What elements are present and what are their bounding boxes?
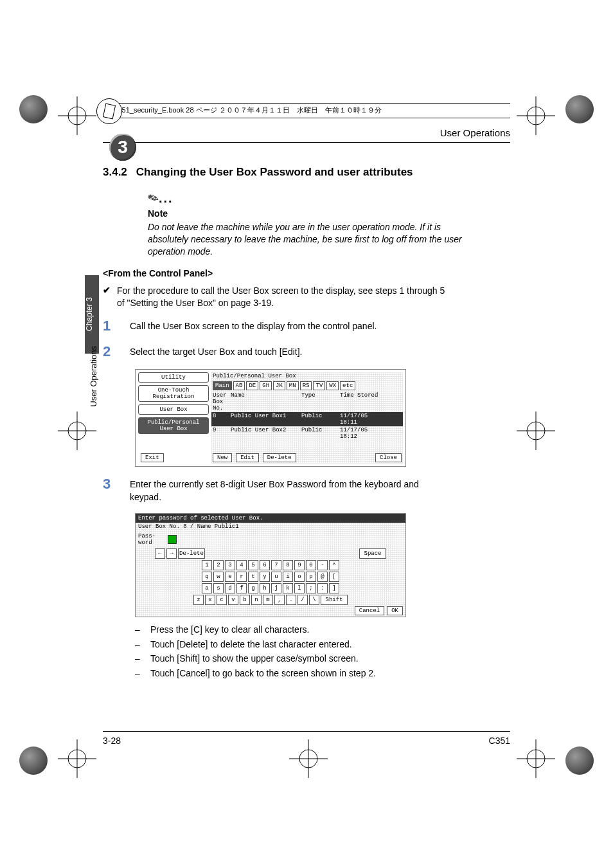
key-6[interactable]: 6 [260,560,270,570]
key-8[interactable]: 8 [283,560,293,570]
key-;[interactable]: ; [306,583,316,593]
tab-de[interactable]: DE [246,381,258,390]
key-l[interactable]: l [294,583,305,593]
key-@[interactable]: @ [317,572,328,582]
key-m[interactable]: m [263,595,273,605]
key-w[interactable]: w [213,572,224,582]
key-,[interactable]: , [274,595,285,605]
key-y[interactable]: y [260,572,270,582]
cancel-button[interactable]: Cancel [355,606,384,615]
key-o[interactable]: o [294,572,305,582]
note-body: Do not leave the machine while you are i… [148,221,463,258]
key-.[interactable]: . [286,595,296,605]
key-delete[interactable]: De-lete [178,548,205,559]
key-n[interactable]: n [251,595,262,605]
password-label: Pass-word [138,533,164,546]
bullet-text: Touch [Cancel] to go back to the screen … [150,667,376,680]
key-[[interactable]: [ [329,572,339,582]
note-label: Note [148,208,510,219]
key-9[interactable]: 9 [294,560,305,570]
key-k[interactable]: k [283,583,293,593]
password-subheader: User Box No. 8 / Name Public1 [136,523,405,530]
side-tab-chapter: Chapter 3 [85,275,99,354]
key-4[interactable]: 4 [236,560,247,570]
key-:[interactable]: : [317,583,328,593]
key-c[interactable]: c [217,595,227,605]
password-cursor [168,535,177,544]
key-f[interactable]: f [236,583,247,593]
one-touch-button[interactable]: One-Touch Registration [138,385,209,402]
registration-mark-icon [58,739,96,778]
key-e[interactable]: e [225,572,235,582]
check-icon: ✔ [103,285,111,309]
tab-rs[interactable]: RS [300,381,312,390]
key-Shift[interactable]: Shift [321,595,348,605]
tab-mn[interactable]: MN [287,381,299,390]
tab-jk[interactable]: JK [273,381,285,390]
public-personal-button[interactable]: Public/Personal User Box [138,417,209,434]
key-\[interactable]: \ [309,595,319,605]
key-j[interactable]: j [271,583,281,593]
exit-button[interactable]: Exit [141,453,164,462]
section-title: Changing the User Box Password and user … [136,166,413,179]
page-number: 3-28 [103,736,121,746]
key-p[interactable]: p [306,572,316,582]
key-r[interactable]: r [236,572,247,582]
screenshot-user-box-list: Utility One-Touch Registration User Box … [135,369,406,467]
print-sphere-icon [19,746,48,775]
registration-mark-icon [58,411,96,450]
ok-button[interactable]: OK [387,606,403,615]
key-z[interactable]: z [193,595,204,605]
tab-wx[interactable]: WX [326,381,339,390]
key-g[interactable]: g [248,583,258,593]
step-text-2: Select the target User Box and touch [Ed… [130,343,302,360]
key-1[interactable]: 1 [202,560,212,570]
tab-etc[interactable]: etc [340,381,355,390]
new-button[interactable]: New [213,453,232,462]
key-q[interactable]: q [202,572,212,582]
model-number: C351 [489,736,510,746]
tab-main[interactable]: Main [213,381,232,390]
key-space[interactable]: Space [359,548,386,559]
step-number-1: 1 [103,318,116,334]
key-h[interactable]: h [260,583,270,593]
dash-icon: – [135,667,143,680]
key-s[interactable]: s [213,583,224,593]
key-d[interactable]: d [225,583,235,593]
key-5[interactable]: 5 [248,560,258,570]
key-0[interactable]: 0 [306,560,316,570]
user-box-button[interactable]: User Box [138,404,209,415]
key-v[interactable]: v [228,595,238,605]
key-t[interactable]: t [248,572,258,582]
tab-ab[interactable]: AB [233,381,245,390]
key-i[interactable]: i [283,572,293,582]
print-sphere-icon [19,95,48,123]
dash-icon: – [135,638,143,651]
key-7[interactable]: 7 [271,560,281,570]
key-2[interactable]: 2 [213,560,224,570]
key-a[interactable]: a [202,583,212,593]
key-x[interactable]: x [205,595,215,605]
book-header-text: c351_security_E.book 28 ページ ２００７年４月１１日 水… [114,106,382,114]
key-/[interactable]: / [298,595,308,605]
close-button[interactable]: Close [375,453,402,462]
screenshot-password-entry: Enter password of selected User Box. Use… [135,513,406,617]
book-header-strip: c351_security_E.book 28 ページ ２００７年４月１１日 水… [103,103,510,118]
key-][interactable]: ] [329,583,339,593]
key-u[interactable]: u [271,572,281,582]
key-right[interactable]: → [166,548,177,559]
delete-button[interactable]: De-lete [263,453,296,462]
utility-button[interactable]: Utility [138,372,209,383]
tab-tv[interactable]: TV [313,381,325,390]
key--[interactable]: - [317,560,328,570]
table-row[interactable]: 8 Public User Box1 Public 11/17/05 18:11 [211,412,403,426]
tab-gh[interactable]: GH [260,381,272,390]
key-b[interactable]: b [240,595,250,605]
key-3[interactable]: 3 [225,560,235,570]
step-number-2: 2 [103,343,116,360]
table-row[interactable]: 9 Public User Box2 Public 11/17/05 18:12 [211,426,403,440]
print-sphere-icon [565,95,594,123]
key-left[interactable]: ← [155,548,165,559]
key-^[interactable]: ^ [329,560,339,570]
edit-button[interactable]: Edit [236,453,259,462]
